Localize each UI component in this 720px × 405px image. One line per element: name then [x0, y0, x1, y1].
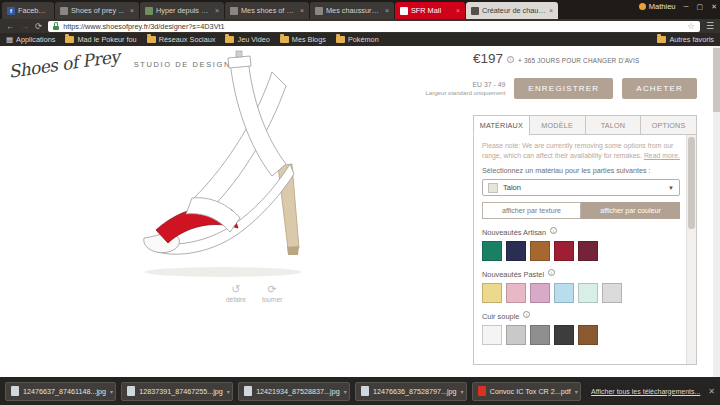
undo-control[interactable]: ↺ défaire: [226, 284, 246, 303]
page-scrollbar-thumb[interactable]: [713, 48, 720, 112]
material-swatch[interactable]: [578, 325, 598, 345]
download-item[interactable]: 12837391_87467255...jpg ▾: [121, 382, 233, 401]
download-caret-icon[interactable]: ▾: [461, 388, 464, 395]
reload-icon[interactable]: ⟳: [35, 22, 42, 31]
bookmark-folder-pokemon[interactable]: Pokémon: [336, 35, 379, 44]
group-name: Nouveautés Pastel: [482, 270, 544, 279]
panel-scrollbar[interactable]: [686, 135, 696, 364]
tab-close-icon[interactable]: ×: [385, 7, 389, 14]
materials-panel: Please note: We are currently removing s…: [473, 134, 697, 365]
bookmark-folder-jeu-video[interactable]: Jeu Video: [225, 35, 269, 44]
rotate-icon: ⟳: [268, 284, 277, 295]
bookmark-folder-reseaux-sociaux[interactable]: Réseaux Sociaux: [147, 35, 216, 44]
material-swatch[interactable]: [506, 241, 526, 261]
tab-options[interactable]: OPTIONS: [640, 115, 697, 135]
browser-tab-shoes-of-prey[interactable]: Shoes of prey ... ×: [55, 2, 139, 19]
download-filename: Convoc IC Tox CR 2...pdf: [490, 387, 571, 396]
browser-tab-mes-shoes[interactable]: Mes shoes of prey ... ×: [225, 2, 309, 19]
tab-close-icon[interactable]: ×: [300, 7, 304, 14]
maximize-button[interactable]: ▢: [697, 3, 704, 10]
material-swatch[interactable]: [506, 283, 526, 303]
material-swatch[interactable]: [578, 283, 598, 303]
pdf-file-icon: [478, 386, 486, 396]
tab-favicon-icon: [471, 7, 479, 15]
browser-tab-mes-chaussures[interactable]: Mes chaussures qui ... ×: [310, 2, 394, 19]
material-swatch[interactable]: [530, 283, 550, 303]
bookmark-folder-mes-blogs[interactable]: Mes Blogs: [280, 35, 326, 44]
save-button[interactable]: ENREGISTRER: [514, 78, 613, 99]
shoe-3d-view[interactable]: [138, 50, 328, 290]
download-caret-icon[interactable]: ▾: [344, 388, 347, 395]
download-item[interactable]: 12476636_87528797...jpg ▾: [355, 382, 467, 401]
price-info-icon[interactable]: i: [507, 56, 514, 63]
material-swatch[interactable]: [506, 325, 526, 345]
download-item[interactable]: 12476637_87461148...jpg ▾: [5, 382, 116, 401]
material-swatch[interactable]: [482, 283, 502, 303]
download-caret-icon[interactable]: ▾: [575, 388, 578, 395]
material-swatch[interactable]: [482, 241, 502, 261]
browser-tab-active-createur[interactable]: Créateur de chauss... ×: [466, 2, 558, 19]
download-item[interactable]: Convoc IC Tox CR 2...pdf ▾: [472, 382, 581, 401]
brand-logo[interactable]: Shoes of Prey: [7, 46, 120, 81]
apps-label: Applications: [16, 35, 55, 44]
panel-scrollbar-thumb[interactable]: [688, 137, 695, 229]
price-row: €197 i + 365 JOURS POUR CHANGER D'AVIS: [473, 51, 640, 66]
select-material-label: Sélectionnez un matériau pour les partie…: [482, 166, 680, 175]
page-scrollbar[interactable]: [713, 46, 720, 377]
tab-favicon-icon: [315, 7, 323, 15]
bookmark-star-icon[interactable]: ☆: [687, 21, 695, 31]
menu-icon[interactable]: ☰: [706, 21, 714, 31]
read-more-link[interactable]: Read more.: [644, 152, 680, 159]
group-info-icon[interactable]: i: [550, 227, 557, 234]
group-info-icon[interactable]: i: [523, 311, 530, 318]
close-button[interactable]: ✕: [711, 3, 717, 10]
buy-button[interactable]: ACHETER: [622, 78, 697, 99]
address-input[interactable]: https://www.shoesofprey.fr/3d/designer?s…: [48, 21, 700, 32]
show-all-downloads-link[interactable]: Afficher tous les téléchargements...: [591, 388, 700, 395]
filter-by-texture-button[interactable]: afficher par texture: [482, 202, 581, 219]
tab-close-icon[interactable]: ×: [456, 7, 460, 14]
material-swatch[interactable]: [530, 325, 550, 345]
material-swatch[interactable]: [578, 241, 598, 261]
undo-label: défaire: [226, 296, 246, 303]
downloads-bar: 12476637_87461148...jpg ▾ 12837391_87467…: [0, 377, 720, 405]
page-content: Shoes of Prey STUDIO DE DESIGN ↺: [0, 46, 720, 377]
forward-icon[interactable]: →: [21, 22, 30, 31]
part-dropdown[interactable]: Talon ▼: [482, 179, 680, 196]
tab-close-icon[interactable]: ×: [549, 7, 553, 14]
tab-close-icon[interactable]: ×: [130, 7, 134, 14]
browser-tab-hyper[interactable]: Hyper depuis du lan... ×: [140, 2, 224, 19]
size-note: Largeur standard uniquement: [425, 89, 505, 97]
material-swatch[interactable]: [530, 241, 550, 261]
material-swatch[interactable]: [554, 325, 574, 345]
tab-talon[interactable]: TALON: [585, 115, 642, 135]
tab-modele[interactable]: MODÈLE: [529, 115, 586, 135]
close-downloads-bar-icon[interactable]: ✕: [708, 387, 715, 396]
tab-close-icon[interactable]: ×: [215, 7, 219, 14]
minimize-button[interactable]: ─: [684, 3, 689, 10]
back-icon[interactable]: ←: [6, 22, 15, 31]
material-swatch[interactable]: [554, 241, 574, 261]
bookmark-label: Jeu Video: [237, 35, 269, 44]
download-filename: 12837391_87467255...jpg: [139, 387, 223, 396]
tab-label: Hyper depuis du lan...: [156, 6, 212, 15]
material-swatch[interactable]: [554, 283, 574, 303]
filter-by-color-button[interactable]: afficher par couleur: [581, 202, 680, 219]
other-bookmarks-folder[interactable]: Autres favoris: [657, 35, 714, 44]
rotate-control[interactable]: ⟳ tourner: [262, 284, 283, 303]
availability-notice: Please note: We are currently removing s…: [482, 141, 680, 160]
apps-shortcut[interactable]: ▦ Applications: [6, 35, 55, 44]
browser-tab-facebook[interactable]: f Facebook: [2, 2, 54, 19]
group-info-icon[interactable]: i: [548, 269, 555, 276]
download-caret-icon[interactable]: ▾: [227, 388, 230, 395]
material-swatch[interactable]: [482, 325, 502, 345]
download-caret-icon[interactable]: ▾: [110, 388, 113, 395]
dropdown-value: Talon: [503, 183, 663, 192]
browser-tab-sfr-mail[interactable]: SFR Mail ×: [395, 2, 465, 19]
profile-button[interactable]: Mathieu: [639, 2, 676, 11]
size-info: EU 37 - 49 Largeur standard uniquement: [425, 80, 505, 98]
bookmark-folder-mad-le-pokeur[interactable]: Mad le Pokeur fou: [65, 35, 136, 44]
tab-materiaux[interactable]: MATÉRIAUX: [473, 115, 530, 135]
download-item[interactable]: 12421934_87528837...jpg ▾: [238, 382, 350, 401]
material-swatch[interactable]: [602, 283, 622, 303]
